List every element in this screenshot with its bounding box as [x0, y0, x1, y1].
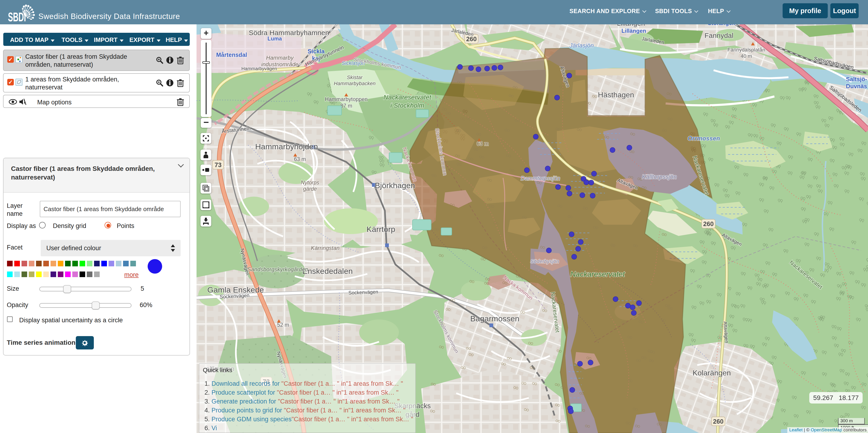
svg-text:Saltsjö-: Saltsjö-	[846, 76, 867, 82]
svg-text:Duvnäs: Duvnäs	[846, 83, 867, 89]
svg-text:Söderbysjön: Söderbysjön	[530, 258, 559, 264]
svg-text:52 m: 52 m	[277, 322, 289, 328]
svg-text:Södra Hammarbyhamnen: Södra Hammarbyhamnen	[249, 29, 329, 36]
svg-text:Nackareservatet: Nackareservatet	[383, 94, 431, 101]
svg-text:Hammarbyvägen: Hammarbyvägen	[242, 66, 277, 71]
svg-text:Enskededalen: Enskededalen	[302, 267, 353, 276]
svg-text:Fannydalsplatån: Fannydalsplatån	[727, 47, 765, 53]
svg-text:Skistar: Skistar	[347, 74, 363, 80]
svg-text:Mårtensdal: Mårtensdal	[216, 52, 247, 58]
svg-text:260: 260	[703, 220, 714, 227]
svg-text:Kolarängen: Kolarängen	[692, 369, 731, 377]
svg-text:gärde: gärde	[303, 186, 317, 192]
svg-text:Lillängen: Lillängen	[617, 24, 645, 27]
svg-text:Hammarbyhöjden: Hammarbyhöjden	[255, 142, 318, 151]
svg-text:40 m: 40 m	[741, 53, 752, 59]
svg-text:260: 260	[713, 418, 723, 425]
svg-text:Orrmossen: Orrmossen	[688, 135, 720, 142]
svg-text:Björkhagen: Björkhagen	[375, 181, 415, 190]
svg-text:i Stockholm: i Stockholm	[391, 102, 425, 109]
svg-text:Nytorps: Nytorps	[301, 180, 319, 186]
svg-text:Hästhagen: Hästhagen	[598, 91, 634, 99]
svg-text:Kärringstan: Kärringstan	[311, 245, 340, 251]
svg-text:Hammarby: Hammarby	[266, 55, 294, 61]
svg-text:Storängen: Storängen	[708, 24, 736, 26]
svg-text:Källtorpssjön: Källtorpssjön	[642, 173, 677, 180]
svg-text:63 m: 63 m	[294, 156, 306, 162]
svg-text:Dammtorpssjön: Dammtorpssjön	[521, 175, 560, 181]
svg-text:Sockenvägen: Sockenvägen	[348, 289, 378, 296]
svg-text:Hammarbybacken: Hammarbybacken	[334, 81, 376, 86]
svg-text:Järlasjön: Järlasjön	[569, 42, 594, 49]
svg-text:Fannydal: Fannydal	[705, 32, 733, 39]
svg-text:63 m: 63 m	[476, 141, 489, 147]
svg-text:87 m: 87 m	[340, 103, 352, 109]
svg-text:Sandsborgskyrkogården: Sandsborgskyrkogården	[247, 266, 308, 273]
svg-text:Bagarmossen: Bagarmossen	[470, 314, 519, 323]
svg-text:Nackareservatet: Nackareservatet	[570, 270, 625, 278]
svg-text:73: 73	[215, 161, 222, 168]
svg-text:Gamla Enskede: Gamla Enskede	[207, 285, 264, 294]
svg-text:Kärrtorp: Kärrtorp	[367, 225, 395, 234]
svg-text:Hammarbytoppen: Hammarbytoppen	[325, 96, 368, 102]
svg-text:Lillängen: Lillängen	[621, 28, 646, 34]
svg-text:Luma: Luma	[268, 36, 282, 42]
